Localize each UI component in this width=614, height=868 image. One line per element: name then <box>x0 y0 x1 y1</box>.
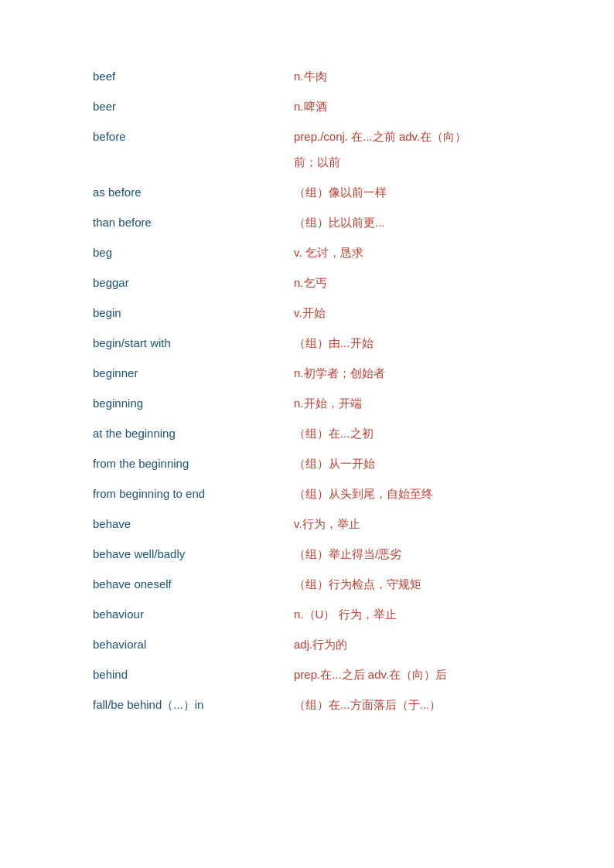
vocab-row: begin/start with（组）由...开始 <box>0 328 614 359</box>
vocab-row: at the beginning（组）在...之初 <box>0 419 614 449</box>
english-term: beggar <box>0 268 294 298</box>
english-term: beginning <box>0 389 294 419</box>
chinese-definition: n.初学者；创始者 <box>294 359 614 389</box>
chinese-definition: n.开始，开端 <box>294 389 614 419</box>
english-term: as before <box>0 178 294 208</box>
chinese-definition: （组）在...方面落后（于...） <box>294 690 614 720</box>
vocab-row: beginningn.开始，开端 <box>0 389 614 419</box>
chinese-definition: prep.在...之后 adv.在（向）后 <box>294 660 614 690</box>
vocab-row: fall/be behind（...）in（组）在...方面落后（于...） <box>0 690 614 720</box>
vocab-row: beern.啤酒 <box>0 92 614 122</box>
english-term: fall/be behind（...）in <box>0 690 294 720</box>
english-term: begin <box>0 298 294 328</box>
chinese-definition: （组）像以前一样 <box>294 178 614 208</box>
vocab-row: as before（组）像以前一样 <box>0 178 614 208</box>
english-term: from the beginning <box>0 449 294 479</box>
chinese-definition: （组）由...开始 <box>294 328 614 359</box>
vocab-row: behavev.行为，举止 <box>0 509 614 540</box>
english-term: at the beginning <box>0 419 294 449</box>
vocab-row: beggarn.乞丐 <box>0 268 614 298</box>
vocab-row: behave oneself（组）行为检点，守规矩 <box>0 570 614 600</box>
english-term: behave <box>0 509 294 540</box>
english-term: beg <box>0 238 294 268</box>
english-term: behind <box>0 660 294 690</box>
english-term: from beginning to end <box>0 479 294 509</box>
vocab-table: beefn.牛肉beern.啤酒beforeprep./conj. 在...之前… <box>0 62 614 720</box>
chinese-definition: （组）比以前更... <box>294 208 614 238</box>
vocab-row: behave well/badly（组）举止得当/恶劣 <box>0 540 614 570</box>
chinese-definition: v.行为，举止 <box>294 509 614 540</box>
chinese-definition: adj.行为的 <box>294 630 614 660</box>
english-term: behave well/badly <box>0 540 294 570</box>
chinese-definition-continued: 前；以前 <box>294 150 614 178</box>
chinese-definition: （组）举止得当/恶劣 <box>294 540 614 570</box>
vocab-row: than before（组）比以前更... <box>0 208 614 238</box>
chinese-definition: （组）行为检点，守规矩 <box>294 570 614 600</box>
chinese-definition: v. 乞讨，恳求 <box>294 238 614 268</box>
english-term: behavioral <box>0 630 294 660</box>
english-term: beef <box>0 62 294 92</box>
english-term: behave oneself <box>0 570 294 600</box>
chinese-definition: （组）从头到尾，自始至终 <box>294 479 614 509</box>
vocab-row: from beginning to end（组）从头到尾，自始至终 <box>0 479 614 509</box>
english-term: beginner <box>0 359 294 389</box>
chinese-definition: （组）在...之初 <box>294 419 614 449</box>
vocab-row: from the beginning（组）从一开始 <box>0 449 614 479</box>
chinese-definition: n.乞丐 <box>294 268 614 298</box>
english-term-empty <box>0 150 294 178</box>
english-term: before <box>0 122 294 150</box>
english-term: behaviour <box>0 600 294 630</box>
chinese-definition: （组）从一开始 <box>294 449 614 479</box>
chinese-definition: prep./conj. 在...之前 adv.在（向） <box>294 122 614 150</box>
vocab-row: behavioraladj.行为的 <box>0 630 614 660</box>
vocab-row: beforeprep./conj. 在...之前 adv.在（向） <box>0 122 614 150</box>
vocab-row: behaviourn.（U） 行为，举止 <box>0 600 614 630</box>
english-term: begin/start with <box>0 328 294 359</box>
vocab-row: beginv.开始 <box>0 298 614 328</box>
vocab-row: begv. 乞讨，恳求 <box>0 238 614 268</box>
english-term: beer <box>0 92 294 122</box>
chinese-definition: n.牛肉 <box>294 62 614 92</box>
english-term: than before <box>0 208 294 238</box>
chinese-definition: n.啤酒 <box>294 92 614 122</box>
vocab-row-continued: 前；以前 <box>0 150 614 178</box>
vocab-row: beefn.牛肉 <box>0 62 614 92</box>
vocab-row: behindprep.在...之后 adv.在（向）后 <box>0 660 614 690</box>
chinese-definition: v.开始 <box>294 298 614 328</box>
vocab-row: beginnern.初学者；创始者 <box>0 359 614 389</box>
chinese-definition: n.（U） 行为，举止 <box>294 600 614 630</box>
